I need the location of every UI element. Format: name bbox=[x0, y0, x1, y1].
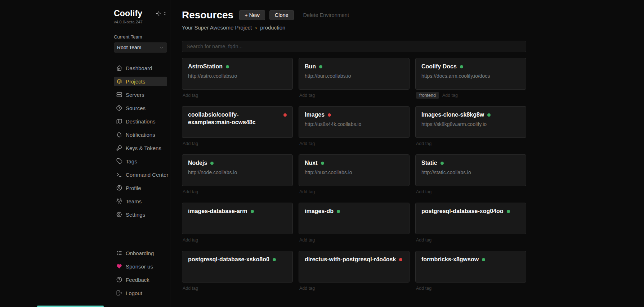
add-tag-button[interactable]: Add tag bbox=[183, 93, 198, 98]
tag-row: Add tag bbox=[299, 236, 410, 244]
status-dot-running bbox=[482, 258, 485, 261]
sidebar-item-profile[interactable]: Profile bbox=[114, 183, 167, 193]
resource-card-coollabsio-coolify-examples-main-ocws48c[interactable]: coollabsio/coolify-examples:main-ocws48c bbox=[182, 106, 293, 138]
resource-cell: Coolify Docshttps://docs.arm.coolify.io/… bbox=[415, 58, 526, 99]
resource-card-nuxt[interactable]: Nuxthttp://nuxt.coollabs.io bbox=[299, 154, 410, 186]
sidebar-item-notifications[interactable]: Notifications bbox=[114, 130, 167, 139]
add-tag-button[interactable]: Add tag bbox=[183, 286, 198, 291]
breadcrumb-environment[interactable]: production bbox=[260, 24, 285, 31]
sidebar-item-label: Onboarding bbox=[126, 250, 154, 256]
resource-card-images[interactable]: Imageshttp://us8s44k.coollabs.io bbox=[299, 106, 410, 138]
resource-card-postgresql-database-xog04oo[interactable]: postgresql-database-xog04oo bbox=[415, 203, 526, 234]
key-icon bbox=[116, 145, 122, 151]
add-tag-button[interactable]: Add tag bbox=[299, 286, 315, 291]
sidebar-item-label: Sponsor us bbox=[126, 263, 153, 270]
delete-environment-button[interactable]: Delete Environment bbox=[301, 10, 351, 20]
status-dot-error bbox=[328, 113, 331, 117]
sidebar-item-onboarding[interactable]: Onboarding bbox=[114, 248, 167, 258]
add-tag-button[interactable]: Add tag bbox=[299, 238, 315, 243]
resource-card-coolify-docs[interactable]: Coolify Docshttps://docs.arm.coolify.io/… bbox=[415, 58, 526, 90]
add-tag-button[interactable]: Add tag bbox=[442, 93, 458, 98]
add-tag-button[interactable]: Add tag bbox=[183, 141, 198, 146]
resource-name: AstroStation bbox=[188, 63, 223, 71]
sidebar-item-servers[interactable]: Servers bbox=[114, 90, 167, 99]
sidebar-item-label: Tags bbox=[126, 158, 137, 164]
sidebar-item-keys-tokens[interactable]: Keys & Tokens bbox=[114, 143, 167, 153]
sidebar-item-sponsor-us[interactable]: Sponsor us bbox=[114, 262, 167, 271]
app-logo: Coolify bbox=[114, 9, 142, 18]
resource-name: images-db bbox=[305, 208, 334, 215]
server-icon bbox=[116, 91, 122, 98]
breadcrumb-project[interactable]: Your Super Awesome Project bbox=[182, 24, 252, 31]
resource-card-images-db[interactable]: images-db bbox=[299, 203, 410, 234]
users-icon bbox=[116, 198, 122, 204]
resource-card-directus-with-postgresql-r4o4osk[interactable]: directus-with-postgresql-r4o4osk bbox=[299, 251, 410, 283]
sidebar-item-label: Profile bbox=[126, 185, 141, 191]
tag-row: Add tag bbox=[182, 140, 293, 147]
breadcrumb-chevron-icon: › bbox=[255, 24, 257, 31]
add-tag-button[interactable]: Add tag bbox=[183, 189, 198, 194]
sidebar-item-projects[interactable]: Projects bbox=[114, 77, 167, 86]
search-input[interactable] bbox=[182, 41, 526, 52]
coolify-app: Coolify v4.0.0-beta.247 Current Team Roo… bbox=[0, 0, 644, 307]
sidebar-item-tags[interactable]: Tags bbox=[114, 157, 167, 166]
resource-name: Images bbox=[305, 111, 325, 119]
resource-card-astrostation[interactable]: AstroStationhttp://astro.coollabs.io bbox=[182, 58, 293, 90]
add-tag-button[interactable]: Add tag bbox=[299, 141, 315, 146]
tag-row: Add tag bbox=[182, 236, 293, 244]
new-button[interactable]: + New bbox=[239, 10, 265, 20]
resource-cell: postgresql-database-xsko8o0Add tag bbox=[182, 251, 293, 292]
sidebar-item-dashboard[interactable]: Dashboard bbox=[114, 63, 167, 73]
sidebar-header: Coolify bbox=[114, 9, 167, 18]
resource-cell: Bunhttp://bun.coollabs.ioAdd tag bbox=[299, 58, 410, 99]
resource-card-images-database-arm[interactable]: images-database-arm bbox=[182, 203, 293, 234]
sidebar-item-sources[interactable]: Sources bbox=[114, 103, 167, 113]
checklist-icon bbox=[116, 250, 122, 256]
status-dot-running bbox=[337, 210, 340, 213]
sidebar-nav: DashboardProjectsServersSourcesDestinati… bbox=[114, 63, 167, 219]
chevron-up-down-icon[interactable] bbox=[162, 11, 167, 16]
status-dot-running bbox=[440, 162, 444, 165]
tag-badge-frontend[interactable]: frontend bbox=[416, 92, 439, 99]
sidebar-item-destinations[interactable]: Destinations bbox=[114, 117, 167, 126]
resource-card-nodejs[interactable]: Nodejshttp://node.coollabs.io bbox=[182, 154, 293, 186]
team-select[interactable]: Root Team bbox=[114, 42, 167, 53]
resource-card-formbricks-x8gwsow[interactable]: formbricks-x8gwsow bbox=[415, 251, 526, 283]
resource-card-static[interactable]: Statichttp://static.coollabs.io bbox=[415, 154, 526, 186]
sidebar-item-label: Teams bbox=[126, 198, 142, 204]
sidebar-item-feedback[interactable]: Feedback bbox=[114, 275, 167, 284]
logout-icon bbox=[116, 290, 122, 296]
sidebar-item-label: Command Center bbox=[126, 172, 168, 178]
sidebar-item-teams[interactable]: Teams bbox=[114, 197, 167, 206]
add-tag-button[interactable]: Add tag bbox=[299, 189, 315, 194]
add-tag-button[interactable]: Add tag bbox=[183, 238, 198, 243]
tag-row: Add tag bbox=[182, 285, 293, 292]
clone-button[interactable]: Clone bbox=[269, 10, 294, 20]
add-tag-button[interactable]: Add tag bbox=[416, 286, 431, 291]
resource-card-images-clone-sk8kg8w[interactable]: Images-clone-sk8kg8whttps://sk8kg8w.arm.… bbox=[415, 106, 526, 138]
sidebar-item-command-center[interactable]: Command Center bbox=[114, 170, 167, 179]
add-tag-button[interactable]: Add tag bbox=[416, 141, 431, 146]
resource-name: Static bbox=[421, 159, 437, 167]
user-circle-icon bbox=[116, 185, 122, 191]
sidebar-item-logout[interactable]: Logout bbox=[114, 288, 167, 298]
theme-toggle-sun-icon[interactable] bbox=[156, 11, 161, 16]
add-tag-button[interactable]: Add tag bbox=[416, 238, 431, 243]
page-header: Resources + New Clone Delete Environment bbox=[182, 9, 644, 21]
resource-card-bun[interactable]: Bunhttp://bun.coollabs.io bbox=[299, 58, 410, 90]
resource-card-postgresql-database-xsko8o0[interactable]: postgresql-database-xsko8o0 bbox=[182, 251, 293, 283]
sidebar-item-settings[interactable]: Settings bbox=[114, 210, 167, 219]
add-tag-button[interactable]: Add tag bbox=[299, 93, 315, 98]
add-tag-button[interactable]: Add tag bbox=[416, 189, 431, 194]
resource-cell: directus-with-postgresql-r4o4oskAdd tag bbox=[299, 251, 410, 292]
resource-cell: postgresql-database-xog04ooAdd tag bbox=[415, 203, 526, 244]
status-dot-running bbox=[226, 65, 229, 68]
progress-bar bbox=[37, 306, 104, 307]
resource-name: Coolify Docs bbox=[421, 63, 457, 71]
resource-name: images-database-arm bbox=[188, 208, 247, 215]
resource-name: postgresql-database-xog04oo bbox=[421, 208, 504, 215]
status-dot-running bbox=[273, 258, 276, 261]
resource-url: http://astro.coollabs.io bbox=[188, 73, 287, 79]
status-dot-running bbox=[507, 210, 510, 213]
resource-name: Images-clone-sk8kg8w bbox=[421, 111, 484, 119]
